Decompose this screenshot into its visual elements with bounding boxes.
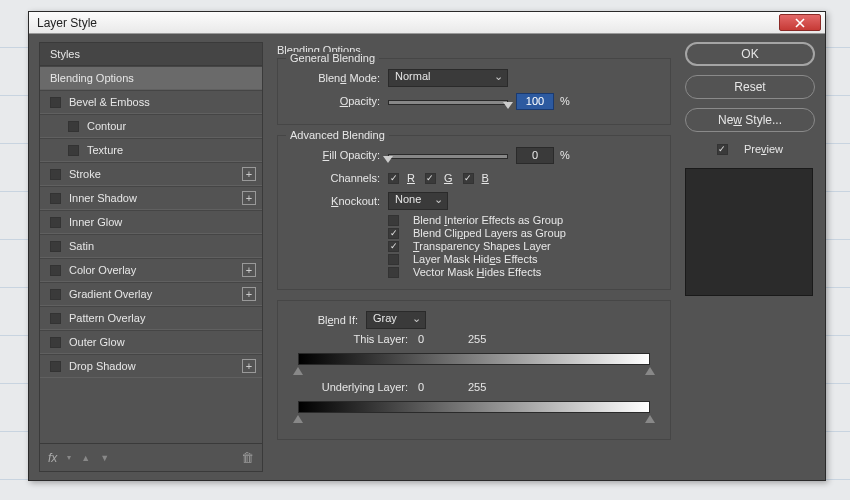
style-outer-glow[interactable]: Outer Glow: [40, 330, 262, 354]
underlying-layer-slider[interactable]: [298, 395, 650, 423]
new-style-button[interactable]: New Style...: [685, 108, 815, 132]
close-icon: [795, 18, 805, 28]
styles-panel: Styles Blending Options Bevel & Emboss C…: [39, 42, 263, 472]
checkbox[interactable]: [388, 215, 399, 226]
percent-label: %: [560, 95, 570, 107]
checkbox[interactable]: [388, 228, 399, 239]
advanced-blending-group: Advanced Blending Fill Opacity: % Channe…: [277, 135, 671, 290]
options-panel: Blending Options General Blending Blend …: [273, 42, 675, 472]
opt-label: Blend Clipped Layers as Group: [413, 227, 566, 239]
titlebar[interactable]: Layer Style: [29, 12, 825, 34]
styles-footer: fx ▾ ▲ ▼ 🗑: [39, 444, 263, 472]
this-layer-slider[interactable]: [298, 347, 650, 375]
channel-g-checkbox[interactable]: [425, 173, 436, 184]
opt-label: Transparency Shapes Layer: [413, 240, 551, 252]
checkbox[interactable]: [68, 121, 79, 132]
checkbox[interactable]: [50, 337, 61, 348]
style-blending-options[interactable]: Blending Options: [40, 66, 262, 90]
style-label: Stroke: [69, 168, 101, 180]
checkbox[interactable]: [50, 241, 61, 252]
style-inner-glow[interactable]: Inner Glow: [40, 210, 262, 234]
checkbox[interactable]: [50, 289, 61, 300]
channel-r-checkbox[interactable]: [388, 173, 399, 184]
style-label: Color Overlay: [69, 264, 136, 276]
style-label: Inner Glow: [69, 216, 122, 228]
blend-mode-select[interactable]: Normal: [388, 69, 508, 87]
percent-label: %: [560, 149, 570, 161]
this-layer-high: 255: [468, 333, 518, 345]
this-layer-label: This Layer:: [298, 333, 408, 345]
blend-mode-label: Blend Mode:: [288, 72, 380, 84]
channel-g-label: G: [444, 172, 453, 184]
fill-opacity-input[interactable]: [516, 147, 554, 164]
fill-opacity-slider[interactable]: [388, 147, 508, 163]
channel-b-label: B: [482, 172, 489, 184]
reset-button[interactable]: Reset: [685, 75, 815, 99]
checkbox[interactable]: [50, 97, 61, 108]
opt-label: Vector Mask Hides Effects: [413, 266, 541, 278]
style-label: Drop Shadow: [69, 360, 136, 372]
style-texture[interactable]: Texture: [40, 138, 262, 162]
channel-b-checkbox[interactable]: [463, 173, 474, 184]
style-stroke[interactable]: Stroke +: [40, 162, 262, 186]
group-legend: General Blending: [286, 52, 379, 64]
opacity-label: Opacity:: [288, 95, 380, 107]
action-panel: OK Reset New Style... Preview: [685, 42, 815, 472]
preview-label: Preview: [744, 143, 783, 155]
knockout-label: Knockout:: [288, 195, 380, 207]
checkbox[interactable]: [388, 254, 399, 265]
chevron-down-icon: ▾: [67, 453, 71, 462]
checkbox[interactable]: [50, 313, 61, 324]
opacity-input[interactable]: [516, 93, 554, 110]
close-button[interactable]: [779, 14, 821, 31]
trash-icon[interactable]: 🗑: [241, 450, 254, 465]
style-gradient-overlay[interactable]: Gradient Overlay +: [40, 282, 262, 306]
window-title: Layer Style: [37, 16, 779, 30]
fx-icon[interactable]: fx: [48, 451, 57, 465]
this-layer-low: 0: [418, 333, 468, 345]
add-icon[interactable]: +: [242, 263, 256, 277]
add-icon[interactable]: +: [242, 359, 256, 373]
blend-if-select[interactable]: Gray: [366, 311, 426, 329]
preview-swatch: [685, 168, 813, 296]
add-icon[interactable]: +: [242, 191, 256, 205]
style-bevel-emboss[interactable]: Bevel & Emboss: [40, 90, 262, 114]
channel-r-label: R: [407, 172, 415, 184]
style-pattern-overlay[interactable]: Pattern Overlay: [40, 306, 262, 330]
fill-opacity-label: Fill Opacity:: [288, 149, 380, 161]
style-drop-shadow[interactable]: Drop Shadow +: [40, 354, 262, 378]
style-satin[interactable]: Satin: [40, 234, 262, 258]
preview-checkbox[interactable]: [717, 144, 728, 155]
checkbox[interactable]: [50, 169, 61, 180]
styles-header: Styles: [39, 42, 263, 65]
checkbox[interactable]: [388, 267, 399, 278]
opt-label: Blend Interior Effects as Group: [413, 214, 563, 226]
opt-label: Layer Mask Hides Effects: [413, 253, 538, 265]
ok-button[interactable]: OK: [685, 42, 815, 66]
add-icon[interactable]: +: [242, 287, 256, 301]
add-icon[interactable]: +: [242, 167, 256, 181]
checkbox[interactable]: [388, 241, 399, 252]
general-blending-group: General Blending Blend Mode: Normal Opac…: [277, 58, 671, 125]
checkbox[interactable]: [50, 193, 61, 204]
opacity-slider[interactable]: [388, 93, 508, 109]
channels-label: Channels:: [288, 172, 380, 184]
checkbox[interactable]: [50, 265, 61, 276]
style-label: Satin: [69, 240, 94, 252]
checkbox[interactable]: [50, 217, 61, 228]
move-up-icon[interactable]: ▲: [81, 453, 90, 463]
blend-if-group: Blend If: Gray This Layer: 0 255 Underly…: [277, 300, 671, 440]
checkbox[interactable]: [68, 145, 79, 156]
under-low: 0: [418, 381, 468, 393]
checkbox[interactable]: [50, 361, 61, 372]
style-inner-shadow[interactable]: Inner Shadow +: [40, 186, 262, 210]
under-high: 255: [468, 381, 518, 393]
style-contour[interactable]: Contour: [40, 114, 262, 138]
move-down-icon[interactable]: ▼: [100, 453, 109, 463]
style-color-overlay[interactable]: Color Overlay +: [40, 258, 262, 282]
knockout-select[interactable]: None: [388, 192, 448, 210]
style-label: Bevel & Emboss: [69, 96, 150, 108]
style-label: Outer Glow: [69, 336, 125, 348]
style-label: Gradient Overlay: [69, 288, 152, 300]
style-label: Texture: [87, 144, 123, 156]
